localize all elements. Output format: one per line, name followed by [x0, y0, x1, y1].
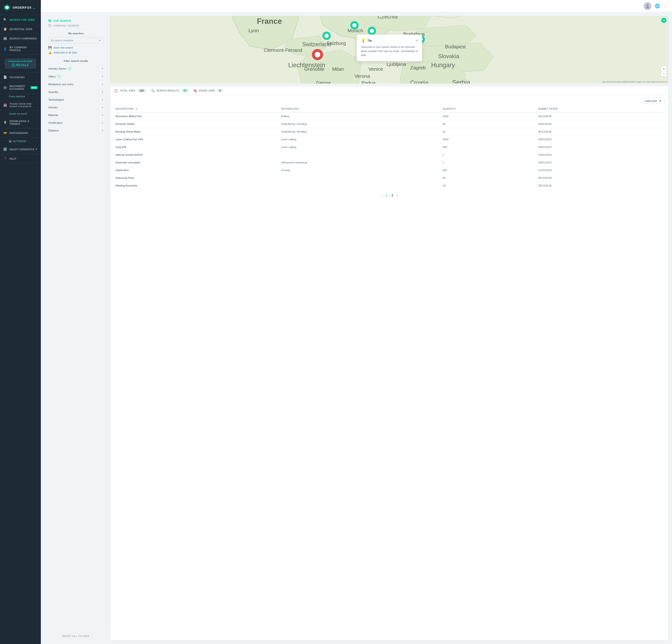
main-content: 🌐 ⋮ JOB SEARCH COMPANY SEARCH — [41, 0, 672, 644]
table-row[interactable]: Special Screws AZR22 1 14/01/2019 — [114, 151, 664, 159]
map-attribution: Map data ©2018 GeoBasis-DE/BKG (©2009), … — [602, 81, 667, 83]
saved-jobs-icon: 🔖 — [193, 89, 197, 93]
sidebar-item-search-for-jobs[interactable]: 🔍 SEARCH FOR JOBS — [0, 15, 41, 24]
save-icon: 💾 — [48, 46, 52, 49]
col-technology: TECHNOLOGY — [279, 106, 440, 112]
zoom-in-button[interactable]: + — [661, 66, 667, 71]
sort-dropdown[interactable]: Latest jobs ▼ — [642, 98, 664, 104]
svg-text:Milan: Milan — [332, 66, 344, 72]
prev-page-button[interactable]: ‹ — [379, 193, 384, 198]
sidebar-item-machinery-exchange[interactable]: ⚙️ MACHINERY EXCHANGE NEW — [0, 82, 41, 93]
sidebar-item-search-companies[interactable]: 🏢 SEARCH COMPANIES — [0, 34, 41, 43]
filter-offers[interactable]: Offers i ▼ — [48, 73, 104, 81]
tip-close-button[interactable]: ✕ — [416, 39, 418, 42]
filter-technologies[interactable]: Technologies ▼ — [48, 96, 104, 104]
searches-dropdown[interactable]: No search available ▼ — [48, 37, 104, 44]
cell-quantity: 50 — [440, 174, 536, 182]
svg-point-51 — [352, 23, 357, 27]
filter-industry-sector[interactable]: Industry Sector i ▼ — [48, 65, 104, 73]
map-container: France Germany Switzerland Austria Czech… — [110, 16, 668, 84]
svg-text:Venice: Venice — [369, 66, 383, 72]
sidebar-item-help[interactable]: ❓ HELP — [0, 154, 41, 163]
filter-industry[interactable]: Industry ▼ — [48, 104, 104, 111]
filter-section: Filter search results Industry Sector i … — [45, 57, 107, 632]
sidebar-item-my-company-profile[interactable]: 👤 MY COMPANY PROFILE — [0, 43, 41, 55]
globe-icon[interactable]: 🌐 — [655, 3, 660, 9]
radio-company-search — [48, 24, 51, 27]
chevron-certification: ▼ — [101, 122, 104, 124]
col-submit-offer: SUBMIT OFFER — [536, 106, 664, 112]
table-row[interactable]: Receiver Holder Chamfering / bending 55 … — [114, 120, 664, 128]
save-search-action[interactable]: 💾 Save new search — [48, 46, 104, 49]
table-row[interactable]: Aluminium Milled Part Drilling 1000 28/1… — [114, 112, 664, 120]
sidebar-item-trade-show[interactable]: 📅 TRADE SHOW AND EVENT CALENDAR — [0, 100, 41, 111]
table-row[interactable]: Bending Sheet Metal Chamfering / bending… — [114, 128, 664, 135]
page-2-link[interactable]: 2 — [392, 194, 393, 197]
cell-submit-offer: 28/12/2018 — [536, 182, 664, 190]
table-row[interactable]: Welding Assembly 14 28/12/2018 — [114, 182, 664, 190]
filter-distance[interactable]: Distance ▼ — [48, 127, 104, 134]
sidebar-item-vacancies[interactable]: 📄 VACANCIES — [0, 73, 41, 82]
subscribe-action[interactable]: 🔔 Subscribe to all Jobs — [48, 51, 104, 54]
cell-submit-offer: 16/01/2019 — [536, 143, 664, 151]
sidebar-item-advertise-jobs[interactable]: 📋 ADVERTISE JOBS — [0, 24, 41, 34]
tab-job-search[interactable]: JOB SEARCH — [48, 19, 104, 22]
table-row[interactable]: Swivel Arm Turning 250 21/01/2019 — [114, 166, 664, 174]
cell-description: Welding Assembly — [114, 182, 279, 190]
sidebar-subitem-place-machine[interactable]: Place machine — [0, 93, 41, 100]
doc-icon: 📄 — [3, 75, 7, 79]
svg-text:Budapest: Budapest — [445, 44, 466, 49]
table-row[interactable]: Laser Cutting Part V4A Laser cutting 520… — [114, 135, 664, 143]
table-row[interactable]: Clog A45 Laser cutting 400 16/01/2019 — [114, 143, 664, 151]
table-row[interactable]: Deburring Plant 50 28/12/2018 — [114, 174, 664, 182]
cell-technology: Chamfering / bending — [279, 120, 440, 128]
svg-point-8 — [646, 7, 649, 9]
sidebar-subitem-autodesk[interactable]: A AUTODESK — [0, 138, 41, 145]
pagination: ‹ 1 | 2 › — [114, 190, 664, 199]
next-page-button[interactable]: › — [395, 193, 400, 198]
sidebar-item-partnership[interactable]: 🤝 PARTNERSHIP — [0, 128, 41, 138]
sidebar-item-knowledge[interactable]: 💡 KNOWLEDGE & TRENDS — [0, 117, 41, 128]
premium-block[interactable]: PREMIUM PARTNER R RESALE — [5, 58, 36, 69]
more-icon[interactable]: ⋮ — [663, 3, 667, 9]
chevron-industry-sector: ▼ — [101, 67, 104, 70]
tip-header: 💡 Tip: ✕ — [361, 38, 418, 43]
chevron-industry: ▼ — [101, 106, 104, 109]
cell-technology: Laser cutting — [279, 143, 440, 151]
svg-point-55 — [370, 29, 374, 33]
filter-certification[interactable]: Certification ▼ — [48, 119, 104, 127]
chevron-distance: ▼ — [101, 129, 104, 132]
search-results-icon: 🔍 — [151, 89, 155, 93]
table-toolbar: Latest jobs ▼ — [114, 95, 664, 106]
cell-quantity: 1000 — [440, 112, 536, 120]
page-1-link[interactable]: 1 — [385, 194, 387, 197]
sidebar: ORDERFOX .com 🔍 SEARCH FOR JOBS 📋 ADVERT… — [0, 0, 41, 644]
reset-filters-button[interactable]: RESET ALL FILTERS — [45, 632, 107, 640]
sidebar-item-about[interactable]: ℹ️ ABOUT ORDERFOX ▼ — [0, 145, 41, 154]
filter-workpiece-size[interactable]: Workpiece size (mm) ▼ — [48, 81, 104, 88]
cell-submit-offer: 18/01/2019 — [536, 120, 664, 128]
user-avatar[interactable] — [644, 2, 651, 10]
table-row[interactable]: Assembly unit plastic Ultrasound machini… — [114, 159, 664, 166]
tip-text: Subscribe to your search results to be i… — [361, 45, 418, 57]
svg-text:Croatia: Croatia — [410, 79, 429, 84]
table-body: Aluminium Milled Part Drilling 1000 28/1… — [114, 112, 664, 190]
tab-company-search[interactable]: COMPANY SEARCH — [48, 24, 104, 27]
sidebar-subitem-create-event[interactable]: Create my event — [0, 111, 41, 117]
filter-material[interactable]: Material ▼ — [48, 111, 104, 119]
cell-description: Aluminium Milled Part — [114, 112, 279, 120]
list-icon: 📋 — [3, 27, 7, 31]
filter-quantity[interactable]: Quantity ▼ — [48, 88, 104, 96]
cell-submit-offer: 28/12/2018 — [536, 112, 664, 120]
info-industry-sector: i — [68, 67, 71, 70]
chevron-workpiece: ▼ — [101, 83, 104, 86]
chevron-offers: ▼ — [101, 75, 104, 78]
search-actions: 💾 Save new search 🔔 Subscribe to all Job… — [48, 46, 104, 54]
cell-technology: Ultrasound machining — [279, 159, 440, 166]
map-close-button[interactable]: ✕ — [661, 18, 667, 23]
cell-submit-offer: 30/12/2018 — [536, 128, 664, 135]
svg-point-61 — [315, 52, 320, 57]
cell-submit-offer: 30/01/2019 — [536, 135, 664, 143]
table-header: DESCRIPTION ⇕ TECHNOLOGY QUANTITY SUBMIT… — [114, 106, 664, 112]
zoom-out-button[interactable]: − — [661, 71, 667, 76]
